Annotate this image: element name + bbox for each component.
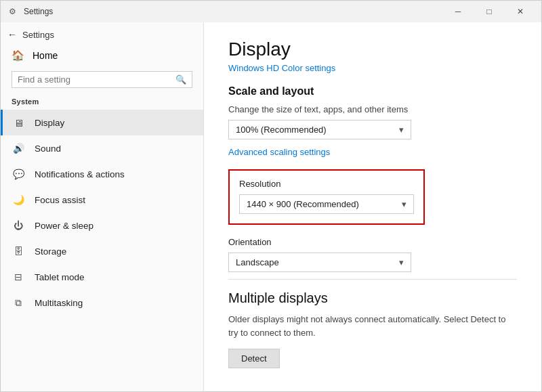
multiple-displays-title: Multiple displays xyxy=(228,290,517,306)
sidebar-item-tablet[interactable]: ⊟ Tablet mode xyxy=(1,264,203,290)
sidebar-item-multitasking-label: Multitasking xyxy=(35,298,83,308)
sidebar-item-focus[interactable]: 🌙 Focus assist xyxy=(1,187,203,213)
main-area: ← Settings 🏠 Home 🔍 System 🖥 Display 🔊 S… xyxy=(1,22,541,391)
sidebar-item-display-label: Display xyxy=(35,118,64,128)
titlebar-controls: ─ □ ✕ xyxy=(442,1,536,22)
sidebar-item-power-label: Power & sleep xyxy=(35,221,93,231)
maximize-button[interactable]: □ xyxy=(474,1,505,22)
focus-icon: 🌙 xyxy=(12,193,25,206)
display-icon: 🖥 xyxy=(12,116,25,129)
scale-section-title: Scale and layout xyxy=(228,85,517,97)
back-arrow-icon: ← xyxy=(7,29,17,40)
settings-window-icon: ⚙ xyxy=(6,5,18,18)
sidebar-item-display[interactable]: 🖥 Display xyxy=(1,110,203,135)
back-title: Settings xyxy=(22,30,54,40)
resolution-section: Resolution 1440 × 900 (Recommended) ▾ xyxy=(228,169,425,225)
sidebar-item-focus-label: Focus assist xyxy=(35,195,85,205)
storage-icon: 🗄 xyxy=(12,244,25,258)
sidebar-item-notifications-label: Notifications & actions xyxy=(35,169,125,179)
search-icon: 🔍 xyxy=(175,74,186,85)
power-icon: ⏻ xyxy=(12,219,25,232)
scale-dropdown-value: 100% (Recommended) xyxy=(236,125,327,135)
scale-dropdown-arrow-icon: ▾ xyxy=(399,125,404,135)
titlebar-title: Settings xyxy=(24,7,442,16)
detect-button[interactable]: Detect xyxy=(228,349,280,368)
orientation-label: Orientation xyxy=(228,237,517,247)
multitasking-icon: ⧉ xyxy=(12,296,25,309)
resolution-dropdown-arrow-icon: ▾ xyxy=(402,199,406,209)
sidebar: ← Settings 🏠 Home 🔍 System 🖥 Display 🔊 S… xyxy=(1,22,204,391)
settings-window: ⚙ Settings ─ □ ✕ ← Settings 🏠 Home 🔍 Sys… xyxy=(0,0,542,392)
page-title: Display xyxy=(228,39,517,60)
sound-icon: 🔊 xyxy=(12,141,25,155)
sidebar-item-sound-label: Sound xyxy=(35,144,61,154)
orientation-dropdown[interactable]: Landscape ▾ xyxy=(228,253,411,272)
close-button[interactable]: ✕ xyxy=(505,1,536,22)
back-button[interactable]: ← Settings xyxy=(1,22,203,44)
notifications-icon: 💬 xyxy=(12,167,25,181)
resolution-dropdown[interactable]: 1440 × 900 (Recommended) ▾ xyxy=(239,194,414,214)
home-label: Home xyxy=(33,50,58,61)
minimize-button[interactable]: ─ xyxy=(442,1,474,22)
scale-description: Change the size of text, apps, and other… xyxy=(228,104,517,114)
titlebar: ⚙ Settings ─ □ ✕ xyxy=(1,1,541,22)
sidebar-item-notifications[interactable]: 💬 Notifications & actions xyxy=(1,161,203,187)
tablet-icon: ⊟ xyxy=(12,270,25,284)
sidebar-item-storage[interactable]: 🗄 Storage xyxy=(1,238,203,264)
section-divider xyxy=(228,279,517,280)
sidebar-item-power[interactable]: ⏻ Power & sleep xyxy=(1,213,203,238)
scale-dropdown[interactable]: 100% (Recommended) ▾ xyxy=(228,120,411,139)
home-item[interactable]: 🏠 Home xyxy=(1,44,203,67)
multiple-displays-description: Older displays might not always connect … xyxy=(228,313,513,339)
search-input[interactable] xyxy=(18,74,171,85)
orientation-dropdown-arrow-icon: ▾ xyxy=(399,257,404,267)
hd-color-link[interactable]: Windows HD Color settings xyxy=(228,63,517,73)
content-pane: Display Windows HD Color settings Scale … xyxy=(204,22,541,391)
sidebar-item-storage-label: Storage xyxy=(35,246,66,257)
sidebar-section-label: System xyxy=(1,95,203,110)
orientation-dropdown-value: Landscape xyxy=(236,257,279,267)
advanced-scaling-link[interactable]: Advanced scaling settings xyxy=(228,147,330,157)
search-box[interactable]: 🔍 xyxy=(12,71,192,88)
resolution-dropdown-value: 1440 × 900 (Recommended) xyxy=(247,199,359,209)
sidebar-item-sound[interactable]: 🔊 Sound xyxy=(1,135,203,161)
home-icon: 🏠 xyxy=(12,49,24,62)
resolution-label: Resolution xyxy=(239,179,414,189)
sidebar-item-tablet-label: Tablet mode xyxy=(35,272,85,282)
sidebar-item-multitasking[interactable]: ⧉ Multitasking xyxy=(1,290,203,315)
